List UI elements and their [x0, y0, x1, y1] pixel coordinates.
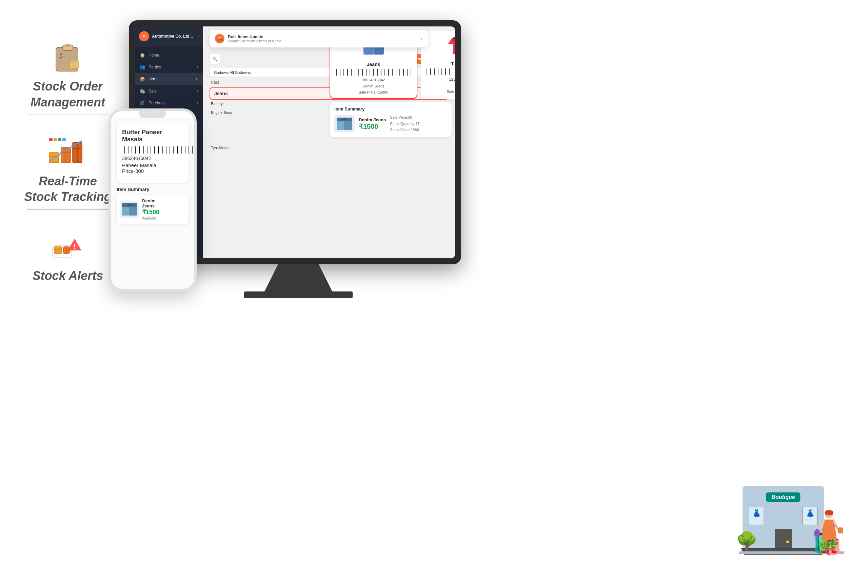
feature-realtime: Real-TimeStock Tracking [20, 136, 115, 210]
item-summary-price: ₹1500 [359, 122, 386, 130]
chart-icon [47, 136, 88, 169]
sidebar-item-home[interactable]: 🏠 Home [135, 49, 203, 61]
jeans-price: Sale Price- 15000 [359, 90, 388, 94]
bulk-icon: 📦 [215, 34, 224, 43]
bulk-text: Bulk Items Update Update/Edit multiple i… [228, 35, 421, 43]
svg-rect-2 [65, 44, 71, 47]
door-knob [786, 541, 789, 543]
nav-home-label: Home [149, 53, 159, 57]
jeans-name: Jeans [367, 62, 381, 67]
tshirt-code: 123456789 [449, 77, 455, 81]
stock-qty-value: 47 [415, 122, 419, 126]
jeans-barcode: ||||||||||||||||||||| [334, 69, 413, 76]
items-plus-icon[interactable]: + [195, 76, 198, 82]
godown-label: Godown: All Godowns [214, 71, 251, 75]
sidebar-item-sale[interactable]: 🛍️ Sale › [135, 85, 203, 97]
item-summary-name: Denim Jeans [359, 117, 386, 122]
tshirt-name: T-Shirt [451, 61, 455, 66]
svg-rect-19 [53, 138, 57, 141]
phone-summary-info: DenimJeans ₹1500 ₹18000 [142, 198, 159, 221]
phone-summary-section: Item Summary DenimJeans ₹1500 [117, 187, 189, 224]
search-button[interactable]: 🔍 [210, 53, 220, 64]
boutique-window-left: 👗 [748, 507, 764, 525]
sidebar-item-items[interactable]: 📦 Items + [135, 73, 203, 85]
stock-qty-label: Stock Quantity: [390, 122, 415, 126]
row-name-tyre: Tyre Motor [211, 146, 229, 150]
boutique-wrapper: Boutique 👗 👗 🌳 🛍️ [732, 466, 855, 568]
row-name-engine: Engine Boss [211, 111, 232, 115]
row-more-tyre[interactable]: ⋮ [443, 145, 447, 150]
sale-arrow-icon: › [197, 89, 198, 93]
sale-price-value: 50 [408, 115, 412, 119]
plant2-icon: 🌿 [819, 540, 831, 551]
purchase-arrow-icon: › [197, 101, 198, 105]
boutique-building-area: Boutique 👗 👗 🌳 🛍️ [732, 466, 848, 561]
tshirt-image [447, 35, 455, 59]
phone-summary-image [120, 201, 139, 218]
phone-item-desc: Paneer Masala [122, 162, 183, 168]
phone-barcode: |||||||||||||||||||| [122, 146, 183, 154]
sale-price-label: Sale Price: [390, 115, 408, 119]
sidebar-item-purchase[interactable]: 🛒 Purchase › [135, 97, 203, 109]
table-row[interactable]: Tyre Motor ⋮ [210, 143, 448, 152]
divider-2 [27, 209, 108, 210]
nav-purchase-label: Purchase [149, 101, 166, 105]
phone-summary-name: DenimJeans [142, 198, 159, 208]
phone-summary-title: Item Summary [117, 187, 189, 192]
tree-icon: 🌳 [736, 531, 758, 551]
item-summary-row: Denim Jeans ₹1500 Sale Price:50 Stock Qu… [334, 114, 447, 133]
row-name-battery: Battery [211, 102, 223, 106]
svg-point-49 [127, 204, 132, 206]
stock-value-label: Stock Value: [390, 128, 410, 132]
phone-item-name: Butter Paneer Masala [122, 129, 183, 143]
sidebar-header: A Automotive Co. Ltd... › [135, 27, 203, 46]
purchase-icon: 🛒 [140, 100, 145, 105]
divider-1 [27, 115, 108, 115]
svg-point-51 [825, 510, 833, 516]
jeans-desc: Denim Jeans [362, 84, 384, 88]
monitor-stand [264, 264, 332, 292]
item-summary-image [334, 115, 355, 132]
clipboard-icon [47, 41, 88, 75]
stock-order-label: Stock Order Management [20, 79, 115, 111]
company-logo: A [139, 31, 149, 41]
company-name: Automotive Co. Ltd... [152, 34, 193, 38]
phone-item-card: Butter Paneer Masala |||||||||||||||||||… [117, 123, 189, 183]
phone-summary-row: DenimJeans ₹1500 ₹18000 [117, 195, 189, 224]
phone-summary-original-price: ₹18000 [142, 216, 159, 221]
svg-rect-21 [62, 138, 66, 141]
svg-point-44 [342, 118, 347, 120]
svg-text:!: ! [74, 243, 76, 250]
sale-icon: 🛍️ [140, 88, 145, 94]
items-icon: 📦 [140, 77, 145, 82]
feature-stock-order: Stock Order Management [20, 41, 115, 115]
col-item-label: ITEM [211, 81, 219, 84]
jeans-code: 38624616042 [362, 78, 385, 82]
alerts-label: Stock Alerts [32, 268, 103, 284]
item-summary-box: Item Summary [329, 102, 452, 137]
bulk-popup[interactable]: 📦 Bulk Items Update Update/Edit multiple… [210, 30, 428, 47]
phone-wrapper: Butter Paneer Masala |||||||||||||||||||… [108, 108, 204, 298]
main-screen: 📦 Bulk Items Update Update/Edit multiple… [203, 27, 455, 258]
left-features: Stock Order Management [20, 41, 115, 284]
svg-rect-20 [58, 138, 61, 141]
bulk-title: Bulk Items Update [228, 35, 421, 39]
alert-icon: ! [47, 230, 88, 264]
feature-alerts: ! Stock Alerts [20, 230, 115, 284]
item-summary-title: Item Summary [334, 106, 447, 112]
home-icon: 🏠 [140, 53, 145, 57]
stock-value-value: 1880 [410, 128, 419, 132]
svg-rect-59 [815, 531, 820, 536]
nav-sale-label: Sale [149, 89, 156, 94]
bulk-subtitle: Update/Edit multiple items at a time. [228, 39, 421, 43]
sidebar-chevron-icon: › [198, 35, 199, 38]
parties-icon: 👥 [140, 64, 145, 69]
svg-rect-60 [838, 528, 843, 533]
realtime-label: Real-TimeStock Tracking [24, 174, 111, 205]
monitor-base [244, 292, 353, 298]
sidebar-item-parties[interactable]: 👥 Parties › [135, 61, 203, 73]
phone-summary-price: ₹1500 [142, 208, 159, 216]
phone-code: 38624616042 [122, 156, 183, 161]
tshirt-barcode: |||||||||||||||||| [425, 68, 455, 75]
parties-arrow-icon: › [197, 65, 198, 69]
